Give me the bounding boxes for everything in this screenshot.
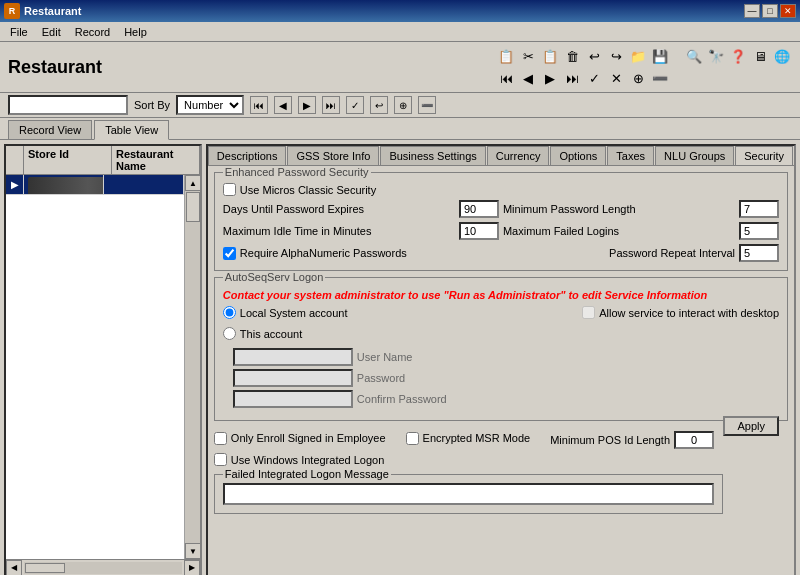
grid-scrollbar[interactable]: ▲ ▼ [184, 175, 200, 559]
only-enroll-row: Only Enroll Signed in Employee [214, 432, 386, 445]
nav-check[interactable]: ✓ [346, 96, 364, 114]
sort-select[interactable]: Number Name [176, 95, 244, 115]
logon-right: Allow service to interact with desktop [582, 306, 779, 408]
max-failed-row: Maximum Failed Logins [503, 222, 779, 240]
scroll-up[interactable]: ▲ [185, 175, 201, 191]
tab-currency[interactable]: Currency [487, 146, 550, 165]
tool-add[interactable]: ⊕ [628, 68, 648, 88]
tab-nlu-groups[interactable]: NLU Groups [655, 146, 734, 165]
tool-remove[interactable]: ➖ [650, 68, 670, 88]
row-indicator: ▶ [6, 175, 24, 194]
menu-help[interactable]: Help [118, 24, 153, 40]
search-input[interactable] [8, 95, 128, 115]
tab-table-view[interactable]: Table View [94, 120, 169, 140]
confirm-password-input[interactable] [233, 390, 353, 408]
only-enroll-label: Only Enroll Signed in Employee [231, 432, 386, 444]
days-row: Days Until Password Expires [223, 200, 499, 218]
menu-record[interactable]: Record [69, 24, 116, 40]
encrypted-msr-checkbox[interactable] [406, 432, 419, 445]
local-system-radio[interactable] [223, 306, 236, 319]
min-pwd-label: Minimum Password Length [503, 203, 636, 215]
allow-service-row: Allow service to interact with desktop [582, 306, 779, 319]
scroll-thumb[interactable] [186, 192, 200, 222]
scroll-left[interactable]: ◀ [6, 560, 22, 576]
use-micros-checkbox[interactable] [223, 183, 236, 196]
days-input[interactable] [459, 200, 499, 218]
apply-button[interactable]: Apply [723, 416, 779, 436]
tab-security[interactable]: Security [735, 146, 793, 166]
bottom-section: Only Enroll Signed in Employee Encrypted… [214, 427, 724, 518]
use-windows-checkbox[interactable] [214, 453, 227, 466]
only-enroll-checkbox[interactable] [214, 432, 227, 445]
tool-last[interactable]: ⏭ [562, 68, 582, 88]
settings-tabs: Descriptions GSS Store Info Business Set… [208, 146, 794, 166]
tab-business-settings[interactable]: Business Settings [380, 146, 485, 165]
nav-next[interactable]: ▶ [298, 96, 316, 114]
tool-cut[interactable]: ✂ [518, 46, 538, 66]
nav-minus[interactable]: ➖ [418, 96, 436, 114]
scroll-down[interactable]: ▼ [185, 543, 201, 559]
tab-descriptions[interactable]: Descriptions [208, 146, 287, 165]
menu-file[interactable]: File [4, 24, 34, 40]
require-alpha-checkbox[interactable] [223, 247, 236, 260]
min-pwd-input[interactable] [739, 200, 779, 218]
tool-undo[interactable]: ↩ [584, 46, 604, 66]
scroll-right[interactable]: ▶ [184, 560, 200, 576]
max-idle-row: Maximum Idle Time in Minutes [223, 222, 499, 240]
toolbar-bottom: ⏮ ◀ ▶ ⏭ ✓ ✕ ⊕ ➖ [496, 68, 792, 88]
account-fields: User Name Password Confirm Password [233, 348, 562, 408]
use-micros-label: Use Micros Classic Security [240, 184, 376, 196]
tool-delete[interactable]: 🗑 [562, 46, 582, 66]
menu-edit[interactable]: Edit [36, 24, 67, 40]
minimize-button[interactable]: — [744, 4, 760, 18]
days-label: Days Until Password Expires [223, 203, 364, 215]
nav-first[interactable]: ⏮ [250, 96, 268, 114]
maximize-button[interactable]: □ [762, 4, 778, 18]
max-idle-input[interactable] [459, 222, 499, 240]
max-failed-input[interactable] [739, 222, 779, 240]
tool-search[interactable]: 🔍 [684, 46, 704, 66]
pwd-repeat-input[interactable] [739, 244, 779, 262]
allow-service-checkbox[interactable] [582, 306, 595, 319]
nav-prev[interactable]: ◀ [274, 96, 292, 114]
tab-record-view[interactable]: Record View [8, 120, 92, 139]
min-pos-input[interactable] [674, 431, 714, 449]
this-account-radio[interactable] [223, 327, 236, 340]
warning-text: Contact your system administrator to use… [223, 288, 779, 302]
tool-redo[interactable]: ↪ [606, 46, 626, 66]
password-input[interactable] [233, 369, 353, 387]
username-row: User Name [233, 348, 562, 366]
nav-last[interactable]: ⏭ [322, 96, 340, 114]
nav-add[interactable]: ⊕ [394, 96, 412, 114]
tool-prev[interactable]: ◀ [518, 68, 538, 88]
tool-check[interactable]: ✓ [584, 68, 604, 88]
require-alpha-label: Require AlphaNumeric Passwords [240, 247, 407, 259]
tool-monitor[interactable]: 🖥 [750, 46, 770, 66]
tool-first[interactable]: ⏮ [496, 68, 516, 88]
table-row[interactable]: ▶ [6, 175, 184, 195]
min-pos-label: Minimum POS Id Length [550, 434, 670, 446]
tool-next[interactable]: ▶ [540, 68, 560, 88]
app-header: Restaurant 📋 ✂ 📋 🗑 ↩ ↪ 📁 💾 🔍 🔭 ❓ 🖥 🌐 ⏮ ◀… [0, 42, 800, 93]
enhanced-password-label: Enhanced Password Security [223, 166, 371, 178]
tab-gss-store-info[interactable]: GSS Store Info [287, 146, 379, 165]
tool-new[interactable]: 📋 [496, 46, 516, 66]
scroll-track[interactable] [185, 191, 200, 543]
local-system-row: Local System account [223, 306, 562, 319]
tool-help[interactable]: ❓ [728, 46, 748, 66]
tab-options[interactable]: Options [550, 146, 606, 165]
tool-binoculars[interactable]: 🔭 [706, 46, 726, 66]
min-pos-group: Minimum POS Id Length [550, 431, 714, 449]
allow-service-label: Allow service to interact with desktop [599, 307, 779, 319]
grid-body[interactable]: ▶ [6, 175, 184, 559]
close-button[interactable]: ✕ [780, 4, 796, 18]
tool-network[interactable]: 🌐 [772, 46, 792, 66]
nav-undo[interactable]: ↩ [370, 96, 388, 114]
tab-taxes[interactable]: Taxes [607, 146, 654, 165]
tool-copy[interactable]: 📋 [540, 46, 560, 66]
tool-cancel-nav[interactable]: ✕ [606, 68, 626, 88]
tool-open[interactable]: 📁 [628, 46, 648, 66]
username-input[interactable] [233, 348, 353, 366]
tool-save[interactable]: 💾 [650, 46, 670, 66]
failed-logon-input[interactable] [223, 483, 715, 505]
